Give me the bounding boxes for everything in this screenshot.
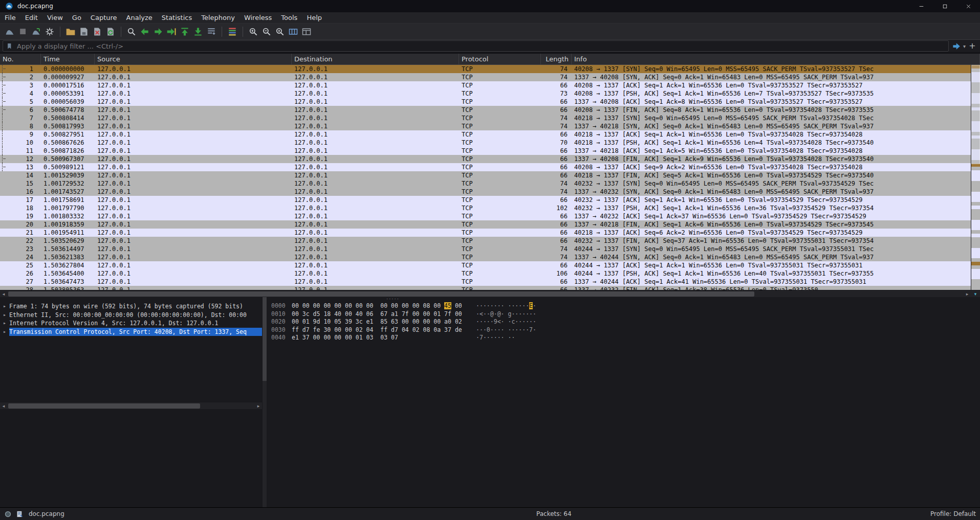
open-file-icon[interactable] <box>64 25 77 38</box>
reset-layout-icon[interactable] <box>300 25 313 38</box>
packet-row[interactable]: 201.001918359127.0.0.1127.0.0.1TCP661337… <box>0 220 971 229</box>
packet-row[interactable]: 40.000053391127.0.0.1127.0.0.1TCP7340208… <box>0 89 971 98</box>
packet-row[interactable]: 181.001797790127.0.0.1127.0.0.1TCP102402… <box>0 204 971 212</box>
detail-hscrollbar[interactable]: ◂ ▸ <box>0 402 262 409</box>
packet-row[interactable]: 130.500989121127.0.0.1127.0.0.1TCP664020… <box>0 163 971 171</box>
packet-row[interactable]: 151.001729532127.0.0.1127.0.0.1TCP744023… <box>0 179 971 188</box>
packet-row[interactable]: 271.503647473127.0.0.1127.0.0.1TCP661337… <box>0 278 971 286</box>
apply-filter-icon[interactable] <box>952 41 962 51</box>
packet-row[interactable]: 80.500817993127.0.0.1127.0.0.1TCP741337 … <box>0 122 971 130</box>
hex-dump-row[interactable]: 002000 01 9d 10 05 39 3c e1 85 63 00 00 … <box>271 318 980 326</box>
find-packet-icon[interactable] <box>125 25 138 38</box>
minimize-button[interactable] <box>909 0 933 12</box>
menu-item-file[interactable]: File <box>0 13 20 22</box>
stop-capture-icon[interactable] <box>16 25 30 38</box>
detail-tree-row[interactable]: ▸Internet Protocol Version 4, Src: 127.0… <box>0 319 262 328</box>
close-file-icon[interactable] <box>91 25 104 38</box>
column-header-length[interactable]: Length <box>541 54 572 64</box>
maximize-button[interactable] <box>933 0 956 12</box>
zoom-in-icon[interactable] <box>247 25 260 38</box>
column-header-protocol[interactable]: Protocol <box>459 54 541 64</box>
packet-row[interactable]: 221.503520629127.0.0.1127.0.0.1TCP664023… <box>0 237 971 245</box>
zoom-normal-icon[interactable] <box>273 25 287 38</box>
scroll-right-icon[interactable]: ▸ <box>964 290 971 298</box>
close-button[interactable] <box>956 0 980 12</box>
display-filter-input[interactable] <box>17 42 948 50</box>
detail-tree-row[interactable]: ▸Transmission Control Protocol, Src Port… <box>0 328 262 336</box>
capture-comment-icon[interactable] <box>16 510 24 518</box>
menu-item-edit[interactable]: Edit <box>20 13 42 22</box>
packet-row[interactable]: 281.503805363127.0.0.1127.0.0.1TCP661337… <box>0 286 971 290</box>
packet-row[interactable]: 70.500808414127.0.0.1127.0.0.1TCP7440218… <box>0 114 971 122</box>
expand-arrow-icon[interactable]: ▸ <box>0 328 9 336</box>
colorize-icon[interactable] <box>226 25 239 38</box>
add-filter-button-icon[interactable]: + <box>967 41 977 51</box>
display-filter-field[interactable] <box>3 40 949 52</box>
expand-arrow-icon[interactable]: ▸ <box>0 311 9 320</box>
expert-info-icon[interactable] <box>4 510 12 518</box>
hscroll-thumb[interactable] <box>8 291 754 297</box>
expand-arrow-icon[interactable]: ▸ <box>0 319 9 328</box>
save-file-icon[interactable] <box>77 25 91 38</box>
go-forward-icon[interactable] <box>151 25 165 38</box>
menu-item-tools[interactable]: Tools <box>276 13 302 22</box>
packet-row[interactable]: 251.503627804127.0.0.1127.0.0.1TCP664024… <box>0 261 971 269</box>
detail-hscroll-track[interactable] <box>7 402 255 410</box>
capture-options-icon[interactable] <box>43 25 56 38</box>
column-header-source[interactable]: Source <box>95 54 292 64</box>
column-header-time[interactable]: Time <box>41 54 95 64</box>
detail-vscrollbar[interactable] <box>262 297 267 507</box>
go-to-packet-icon[interactable] <box>165 25 178 38</box>
resize-columns-icon[interactable] <box>287 25 300 38</box>
packet-row[interactable]: 90.500827951127.0.0.1127.0.0.1TCP6640218… <box>0 130 971 139</box>
column-header-info[interactable]: Info <box>572 54 980 64</box>
detail-vscroll-thumb[interactable] <box>263 297 267 381</box>
vscroll-thumb[interactable] <box>971 65 980 164</box>
go-back-icon[interactable] <box>138 25 151 38</box>
packet-row[interactable]: 30.000017516127.0.0.1127.0.0.1TCP6640208… <box>0 81 971 89</box>
scroll-left-icon[interactable]: ◂ <box>0 290 7 298</box>
column-header-no[interactable]: No. <box>0 54 41 64</box>
go-first-icon[interactable] <box>178 25 191 38</box>
packet-list-hscrollbar[interactable]: ◂ ▸ ▾ <box>0 290 980 297</box>
hex-dump-row[interactable]: 001000 3c d5 18 40 00 40 06 67 a1 7f 00 … <box>271 310 980 319</box>
scroll-down-icon[interactable]: ▾ <box>971 290 980 298</box>
menu-item-telephony[interactable]: Telephony <box>197 13 239 22</box>
packet-row[interactable]: 231.503614497127.0.0.1127.0.0.1TCP744024… <box>0 245 971 253</box>
menu-item-help[interactable]: Help <box>302 13 326 22</box>
expand-arrow-icon[interactable]: ▸ <box>0 302 9 311</box>
hex-dump-row[interactable]: 0030ff d7 fe 30 00 00 02 04 ff d7 04 02 … <box>271 326 980 334</box>
packet-row[interactable]: 161.001743527127.0.0.1127.0.0.1TCP741337… <box>0 188 971 196</box>
column-header-destination[interactable]: Destination <box>292 54 459 64</box>
packet-row[interactable]: 171.001758691127.0.0.1127.0.0.1TCP664023… <box>0 196 971 204</box>
zoom-out-icon[interactable] <box>260 25 273 38</box>
pane-splitter-handle[interactable]: ····· <box>386 296 400 302</box>
packet-row[interactable]: 191.001803332127.0.0.1127.0.0.1TCP661337… <box>0 212 971 220</box>
packet-row[interactable]: 241.503621383127.0.0.1127.0.0.1TCP741337… <box>0 253 971 261</box>
packet-row[interactable]: 261.503645400127.0.0.1127.0.0.1TCP106402… <box>0 269 971 278</box>
menu-item-view[interactable]: View <box>42 13 68 22</box>
packet-row[interactable]: 120.500967307127.0.0.1127.0.0.1TCP661337… <box>0 155 971 163</box>
scroll-right-icon[interactable]: ▸ <box>255 402 262 410</box>
go-last-icon[interactable] <box>191 25 205 38</box>
hex-dump-row[interactable]: 0040e1 37 00 00 00 00 01 03 03 07 ·7····… <box>271 334 980 342</box>
reload-file-icon[interactable] <box>104 25 117 38</box>
packet-row[interactable]: 50.000056039127.0.0.1127.0.0.1TCP661337 … <box>0 98 971 106</box>
menu-item-capture[interactable]: Capture <box>86 13 122 22</box>
packet-row[interactable]: 20.000009927127.0.0.1127.0.0.1TCP741337 … <box>0 73 971 81</box>
packet-row[interactable]: 211.001954911127.0.0.1127.0.0.1TCP664021… <box>0 229 971 237</box>
packet-row[interactable]: 100.500867626127.0.0.1127.0.0.1TCP704021… <box>0 139 971 147</box>
hex-dump-row[interactable]: 000000 00 00 00 00 00 00 00 00 00 00 00 … <box>271 302 980 310</box>
detail-tree-row[interactable]: ▸Frame 1: 74 bytes on wire (592 bits), 7… <box>0 302 262 311</box>
detail-tree-row[interactable]: ▸Ethernet II, Src: 00:00:00_00:00:00 (00… <box>0 311 262 320</box>
menu-item-analyze[interactable]: Analyze <box>122 13 157 22</box>
filter-dropdown-caret-icon[interactable]: ▾ <box>963 43 966 49</box>
filter-bookmark-icon[interactable] <box>6 42 14 50</box>
packet-row[interactable]: 141.001529039127.0.0.1127.0.0.1TCP664021… <box>0 171 971 179</box>
start-capture-icon[interactable] <box>3 25 16 38</box>
menu-item-go[interactable]: Go <box>68 13 86 22</box>
packet-row[interactable]: 10.000000000127.0.0.1127.0.0.1TCP7440208… <box>0 65 971 73</box>
packet-row[interactable]: 60.500674778127.0.0.1127.0.0.1TCP6640208… <box>0 106 971 114</box>
detail-hscroll-thumb[interactable] <box>8 403 200 409</box>
scroll-left-icon[interactable]: ◂ <box>0 402 7 410</box>
